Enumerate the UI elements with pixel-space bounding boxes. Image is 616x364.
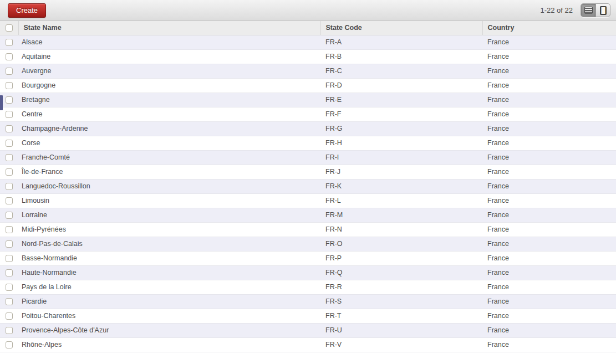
cell-state-name[interactable]: Basse-Normandie [18,251,320,265]
cell-country[interactable]: France [482,222,616,237]
row-checkbox[interactable] [6,111,13,118]
table-row[interactable]: AquitaineFR-BFrance [0,49,616,64]
cell-state-code[interactable]: FR-E [320,93,482,107]
cell-state-code[interactable]: FR-J [320,165,482,179]
row-checkbox[interactable] [6,140,13,147]
cell-country[interactable]: France [482,150,616,165]
table-row[interactable]: CentreFR-FFrance [0,107,616,121]
row-checkbox-cell[interactable] [0,265,18,280]
cell-state-name[interactable]: Haute-Normandie [18,265,320,280]
cell-country[interactable]: France [482,107,616,121]
cell-state-code[interactable]: FR-P [320,251,482,265]
cell-country[interactable]: France [482,93,616,107]
table-row[interactable]: AlsaceFR-AFrance [0,35,616,49]
cell-state-code[interactable]: FR-I [320,150,482,165]
row-checkbox-cell[interactable] [0,35,18,49]
table-row[interactable]: BretagneFR-EFrance [0,93,616,107]
row-checkbox-cell[interactable] [0,337,18,352]
select-all-checkbox[interactable] [6,24,13,32]
cell-state-name[interactable]: Limousin [18,193,320,208]
row-checkbox[interactable] [6,226,13,233]
row-checkbox[interactable] [6,168,13,176]
cell-state-name[interactable]: Pays de la Loire [18,280,320,294]
table-row[interactable]: CorseFR-HFrance [0,136,616,150]
table-row[interactable]: Pays de la LoireFR-RFrance [0,280,616,294]
column-header-country[interactable]: Country [482,21,616,35]
table-row[interactable]: Rhône-AlpesFR-VFrance [0,337,616,352]
row-checkbox[interactable] [6,341,13,348]
row-checkbox[interactable] [6,255,13,262]
cell-state-name[interactable]: Bretagne [18,93,320,107]
cell-state-name[interactable]: Alsace [18,35,320,49]
row-checkbox-cell[interactable] [0,136,18,150]
row-checkbox-cell[interactable] [0,64,18,78]
cell-country[interactable]: France [482,280,616,294]
cell-state-code[interactable]: FR-S [320,294,482,309]
row-checkbox-cell[interactable] [0,49,18,64]
row-checkbox-cell[interactable] [0,193,18,208]
cell-country[interactable]: France [482,49,616,64]
row-checkbox[interactable] [6,312,13,320]
table-row[interactable]: Franche-ComtéFR-IFrance [0,150,616,165]
row-checkbox-cell[interactable] [0,121,18,136]
row-checkbox-cell[interactable] [0,251,18,265]
cell-country[interactable]: France [482,121,616,136]
table-row[interactable]: Languedoc-RoussillonFR-KFrance [0,179,616,193]
cell-country[interactable]: France [482,78,616,93]
create-button[interactable]: Create [8,3,46,18]
table-row[interactable]: Poitou-CharentesFR-TFrance [0,309,616,323]
cell-state-code[interactable]: FR-N [320,222,482,237]
cell-state-name[interactable]: Nord-Pas-de-Calais [18,237,320,251]
cell-state-code[interactable]: FR-A [320,35,482,49]
cell-country[interactable]: France [482,337,616,352]
cell-country[interactable]: France [482,179,616,193]
table-row[interactable]: LorraineFR-MFrance [0,208,616,222]
cell-country[interactable]: France [482,294,616,309]
column-header-state-name[interactable]: State Name [18,21,320,35]
row-checkbox[interactable] [6,96,13,104]
table-row[interactable]: Champagne-ArdenneFR-GFrance [0,121,616,136]
row-checkbox[interactable] [6,68,13,75]
cell-state-code[interactable]: FR-M [320,208,482,222]
cell-country[interactable]: France [482,265,616,280]
cell-country[interactable]: France [482,193,616,208]
cell-state-name[interactable]: Franche-Comté [18,150,320,165]
cell-state-code[interactable]: FR-H [320,136,482,150]
row-checkbox[interactable] [6,212,13,219]
cell-state-code[interactable]: FR-K [320,179,482,193]
cell-state-code[interactable]: FR-C [320,64,482,78]
cell-state-name[interactable]: Poitou-Charentes [18,309,320,323]
row-checkbox[interactable] [6,298,13,305]
row-checkbox-cell[interactable] [0,294,18,309]
cell-state-code[interactable]: FR-R [320,280,482,294]
cell-country[interactable]: France [482,309,616,323]
column-header-state-code[interactable]: State Code [320,21,482,35]
cell-state-code[interactable]: FR-O [320,237,482,251]
row-checkbox[interactable] [6,154,13,161]
cell-state-code[interactable]: FR-Q [320,265,482,280]
cell-state-name[interactable]: Bourgogne [18,78,320,93]
cell-state-code[interactable]: FR-V [320,337,482,352]
cell-country[interactable]: France [482,323,616,337]
row-checkbox[interactable] [6,39,13,46]
cell-state-name[interactable]: Champagne-Ardenne [18,121,320,136]
row-checkbox-cell[interactable] [0,323,18,337]
cell-state-name[interactable]: Provence-Alpes-Côte d'Azur [18,323,320,337]
row-checkbox[interactable] [6,284,13,291]
table-row[interactable]: LimousinFR-LFrance [0,193,616,208]
cell-state-name[interactable]: Centre [18,107,320,121]
row-checkbox-cell[interactable] [0,309,18,323]
cell-country[interactable]: France [482,165,616,179]
table-row[interactable]: Île-de-FranceFR-JFrance [0,165,616,179]
cell-country[interactable]: France [482,251,616,265]
table-row[interactable]: PicardieFR-SFrance [0,294,616,309]
form-view-button[interactable] [595,4,610,17]
row-checkbox[interactable] [6,183,13,190]
cell-state-name[interactable]: Languedoc-Roussillon [18,179,320,193]
table-row[interactable]: Midi-PyrénéesFR-NFrance [0,222,616,237]
row-checkbox[interactable] [6,125,13,132]
table-row[interactable]: Haute-NormandieFR-QFrance [0,265,616,280]
cell-country[interactable]: France [482,35,616,49]
cell-state-code[interactable]: FR-L [320,193,482,208]
row-checkbox[interactable] [6,327,13,334]
